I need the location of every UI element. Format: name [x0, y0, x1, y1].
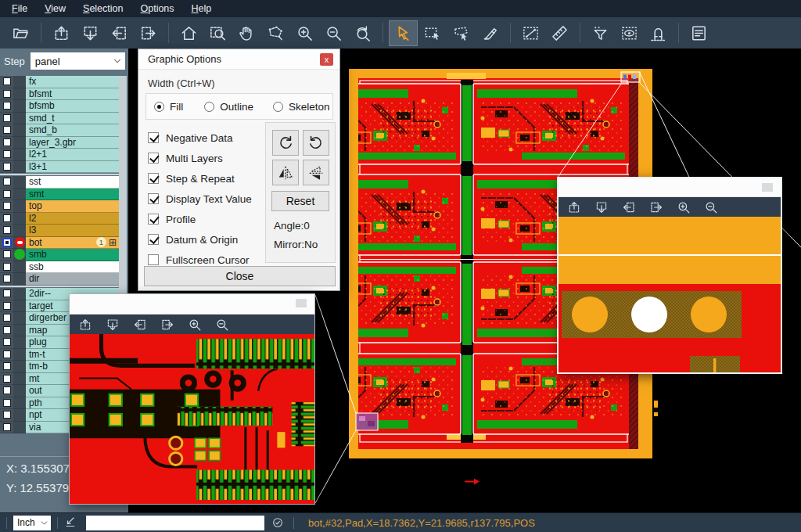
layer-visibility-checkbox[interactable]	[3, 302, 11, 310]
layer-visibility-checkbox[interactable]	[3, 239, 11, 246]
option-profile[interactable]: Profile	[148, 209, 252, 229]
flip-vertical-button[interactable]	[303, 160, 329, 185]
layer-visibility-checkbox[interactable]	[3, 350, 11, 358]
command-input[interactable]	[86, 516, 264, 530]
flip-horizontal-button[interactable]	[272, 160, 299, 185]
checkbox[interactable]	[148, 153, 159, 164]
checkbox[interactable]	[148, 214, 159, 225]
window-title-bar[interactable]	[70, 294, 314, 315]
unit-select[interactable]: Inch	[13, 516, 51, 530]
zoom-out-button[interactable]	[215, 317, 231, 332]
zoom-out-button[interactable]	[319, 20, 348, 46]
pan-hand-button[interactable]	[232, 20, 261, 46]
option-step-repeat[interactable]: Step & Repeat	[148, 168, 252, 189]
layer-visibility-checkbox[interactable]	[3, 375, 11, 383]
radio-fill[interactable]: Fill	[154, 101, 183, 113]
menu-view[interactable]: View	[36, 1, 74, 16]
window-title-bar[interactable]	[559, 178, 781, 197]
zoom-window-button[interactable]	[203, 20, 232, 46]
layer-visibility-checkbox[interactable]	[3, 190, 11, 198]
checkbox[interactable]	[148, 132, 159, 143]
menu-options[interactable]: Options	[131, 1, 182, 16]
radio-button[interactable]	[204, 102, 214, 112]
select-cursor-button[interactable]	[389, 20, 418, 46]
pan-down-button[interactable]	[76, 20, 105, 46]
layer-row-smt[interactable]: smt	[0, 189, 119, 201]
view-eye-button[interactable]	[615, 20, 644, 46]
pan-up-button[interactable]	[78, 317, 94, 332]
rotate-ccw-button[interactable]	[303, 130, 329, 156]
layer-row-smd_t[interactable]: smd_t	[0, 113, 119, 125]
zoom-in-button[interactable]	[290, 20, 319, 46]
rotate-cw-button[interactable]	[272, 130, 299, 156]
layer-visibility-checkbox[interactable]	[3, 226, 11, 234]
layer-visibility-checkbox[interactable]	[3, 150, 11, 158]
origin-corner-icon[interactable]	[64, 516, 78, 530]
layer-visibility-checkbox[interactable]	[3, 289, 11, 297]
layer-row-fx[interactable]: fx	[0, 76, 119, 88]
filter-button[interactable]	[586, 20, 615, 46]
layer-visibility-checkbox[interactable]	[3, 138, 11, 146]
grid-icon[interactable]: ⊞	[109, 238, 117, 247]
ruler-button[interactable]	[545, 20, 574, 46]
layer-visibility-checkbox[interactable]	[3, 178, 11, 185]
layer-row-l3[interactable]: l3	[0, 225, 119, 237]
layer-visibility-checkbox[interactable]	[3, 263, 11, 271]
radio-button[interactable]	[154, 102, 164, 112]
checkbox[interactable]	[148, 254, 159, 265]
zoom-previous-button[interactable]	[348, 20, 377, 46]
snap-button[interactable]	[644, 20, 673, 46]
apply-check-icon[interactable]	[271, 516, 284, 529]
layer-visibility-checkbox[interactable]	[3, 90, 11, 98]
zoom-out-button[interactable]	[704, 200, 720, 215]
layer-row-smd_b[interactable]: smd_b	[0, 124, 119, 137]
layer-visibility-checkbox[interactable]	[3, 423, 11, 431]
folder-open-button[interactable]	[6, 20, 35, 46]
menu-help[interactable]: Help	[183, 1, 221, 16]
layer-visibility-checkbox[interactable]	[3, 163, 11, 171]
layer-row-l3+1[interactable]: l3+1	[0, 161, 119, 174]
layer-visibility-checkbox[interactable]	[3, 114, 11, 122]
layer-visibility-checkbox[interactable]	[3, 338, 11, 346]
option-negative-data[interactable]: Negative Data	[148, 128, 252, 148]
checkbox[interactable]	[148, 173, 159, 184]
layer-visibility-checkbox[interactable]	[3, 399, 11, 407]
option-display-text-value[interactable]: Display Text Value	[148, 189, 252, 209]
option-datum-origin[interactable]: Datum & Origin	[148, 229, 252, 250]
layer-row-sst[interactable]: sst	[0, 176, 119, 189]
close-button[interactable]: Close	[144, 266, 336, 286]
radio-skeleton[interactable]: Skeleton	[273, 101, 330, 113]
pan-up-button[interactable]	[47, 20, 76, 46]
layer-visibility-checkbox[interactable]	[3, 411, 11, 419]
layer-visibility-checkbox[interactable]	[3, 214, 11, 222]
menu-selection[interactable]: Selection	[74, 1, 131, 16]
radio-outline[interactable]: Outline	[204, 101, 253, 113]
brush-button[interactable]	[476, 20, 505, 46]
window-button[interactable]	[762, 183, 773, 192]
option-multi-layers[interactable]: Multi Layers	[148, 148, 252, 168]
layer-row-ssb[interactable]: ssb	[0, 261, 119, 274]
layer-row-l2+1[interactable]: l2+1	[0, 149, 119, 161]
layer-row-layer_3.gbr[interactable]: layer_3.gbr	[0, 137, 119, 149]
layer-row-smb[interactable]: smb	[0, 249, 119, 261]
checkbox[interactable]	[148, 234, 159, 245]
layer-row-bot[interactable]: bot1⊞	[0, 237, 119, 250]
layer-visibility-checkbox[interactable]	[3, 102, 11, 110]
pan-up-button[interactable]	[567, 200, 583, 215]
dialog-title-bar[interactable]: Graphic Options x	[138, 49, 339, 70]
select-polygon-button[interactable]	[447, 20, 476, 46]
layer-visibility-checkbox[interactable]	[3, 250, 11, 258]
layer-visibility-checkbox[interactable]	[3, 362, 11, 370]
pan-left-button[interactable]	[622, 200, 638, 215]
layer-visibility-checkbox[interactable]	[3, 77, 11, 85]
pan-left-button[interactable]	[105, 20, 134, 46]
close-icon[interactable]: x	[320, 53, 333, 66]
layer-row-l2[interactable]: l2	[0, 213, 119, 225]
pan-left-button[interactable]	[133, 317, 149, 332]
zoom-window-view[interactable]	[559, 217, 781, 372]
window-button[interactable]	[296, 299, 307, 307]
report-button[interactable]	[684, 20, 713, 46]
zoom-in-button[interactable]	[188, 317, 203, 332]
zoom-window-view[interactable]	[70, 334, 314, 504]
pan-right-button[interactable]	[649, 200, 665, 215]
